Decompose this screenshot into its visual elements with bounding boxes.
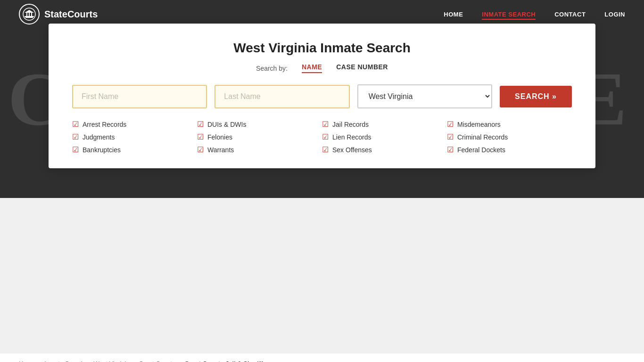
check-duis: ☑ DUIs & DWIs — [197, 120, 322, 129]
tab-name[interactable]: NAME — [302, 63, 322, 73]
checklist: ☑ Arrest Records ☑ Judgments ☑ Bankruptc… — [72, 120, 572, 154]
breadcrumb-grant-county[interactable]: Grant County — [139, 360, 175, 362]
breadcrumb-home[interactable]: Home — [19, 360, 35, 362]
checklist-col-3: ☑ Jail Records ☑ Lien Records ☑ Sex Offe… — [322, 120, 447, 154]
hero-section: COURTHOUSE StateCourts HOME INMATE SEARC… — [0, 0, 644, 198]
check-arrest-records: ☑ Arrest Records — [72, 120, 197, 129]
svg-rect-1 — [25, 17, 33, 18]
state-select[interactable]: West Virginia — [357, 84, 492, 108]
check-icon-6: ☑ — [197, 145, 204, 154]
navbar: StateCourts HOME INMATE SEARCH CONTACT L… — [0, 0, 644, 28]
check-label-criminal: Criminal Records — [457, 133, 508, 141]
check-label-felonies: Felonies — [207, 133, 232, 141]
check-label-sex: Sex Offenses — [332, 146, 372, 154]
check-sex-offenses: ☑ Sex Offenses — [322, 145, 447, 154]
search-card-title: West Virginia Inmate Search — [72, 41, 572, 56]
search-tab-label: Search by: — [256, 65, 288, 72]
checklist-col-1: ☑ Arrest Records ☑ Judgments ☑ Bankruptc… — [72, 120, 197, 154]
nav-login[interactable]: LOGIN — [604, 11, 625, 18]
breadcrumb: Home › Inmate Search › West Virginia › G… — [0, 354, 644, 362]
check-label-misdemeanors: Misdemeanors — [457, 121, 501, 128]
navbar-links: HOME INMATE SEARCH CONTACT LOGIN — [444, 10, 625, 18]
check-misdemeanors: ☑ Misdemeanors — [447, 120, 572, 129]
check-icon-9: ☑ — [322, 145, 329, 154]
check-judgments: ☑ Judgments — [72, 132, 197, 141]
logo-text: StateCourts — [44, 9, 98, 20]
check-label-lien: Lien Records — [332, 133, 372, 141]
check-icon-2: ☑ — [72, 132, 79, 141]
check-icon-12: ☑ — [447, 145, 454, 154]
breadcrumb-west-virginia[interactable]: West Virginia — [94, 360, 130, 362]
check-warrants: ☑ Warrants — [197, 145, 322, 154]
logo-link[interactable]: StateCourts — [19, 4, 98, 25]
check-icon-11: ☑ — [447, 132, 454, 141]
nav-inmate-search[interactable]: INMATE SEARCH — [482, 11, 536, 20]
svg-rect-4 — [26, 12, 27, 16]
check-label-duis: DUIs & DWIs — [207, 121, 246, 128]
first-name-input[interactable] — [72, 85, 207, 108]
tab-case-number[interactable]: CASE NUMBER — [336, 63, 388, 73]
check-jail-records: ☑ Jail Records — [322, 120, 447, 129]
svg-rect-2 — [25, 16, 34, 17]
check-lien-records: ☑ Lien Records — [322, 132, 447, 141]
check-label-bankruptcies: Bankruptcies — [83, 146, 121, 154]
check-label-jail: Jail Records — [332, 121, 369, 128]
check-icon-10: ☑ — [447, 120, 454, 129]
search-button[interactable]: SEARCH » — [500, 86, 572, 107]
breadcrumb-inmate-search[interactable]: Inmate Search — [44, 360, 84, 362]
check-label-judgments: Judgments — [83, 133, 115, 141]
checklist-col-2: ☑ DUIs & DWIs ☑ Felonies ☑ Warrants — [197, 120, 322, 154]
check-felonies: ☑ Felonies — [197, 132, 322, 141]
check-criminal-records: ☑ Criminal Records — [447, 132, 572, 141]
svg-marker-6 — [25, 10, 34, 13]
check-icon-4: ☑ — [197, 120, 204, 129]
check-federal-dockets: ☑ Federal Dockets — [447, 145, 572, 154]
logo-icon — [19, 4, 40, 25]
svg-rect-5 — [31, 12, 32, 16]
check-label-arrest: Arrest Records — [83, 121, 126, 128]
check-icon-7: ☑ — [322, 120, 329, 129]
check-icon-1: ☑ — [72, 120, 79, 129]
search-inputs: West Virginia SEARCH » — [72, 84, 572, 108]
check-label-federal: Federal Dockets — [457, 146, 505, 154]
check-bankruptcies: ☑ Bankruptcies — [72, 145, 197, 154]
search-card: West Virginia Inmate Search Search by: N… — [49, 24, 595, 168]
search-tabs: Search by: NAME CASE NUMBER — [72, 63, 572, 73]
nav-home[interactable]: HOME — [444, 11, 463, 18]
breadcrumb-current: Grant County Jail & Sheriff — [184, 360, 263, 362]
nav-contact[interactable]: CONTACT — [554, 11, 586, 18]
checklist-col-4: ☑ Misdemeanors ☑ Criminal Records ☑ Fede… — [447, 120, 572, 154]
check-label-warrants: Warrants — [207, 146, 234, 154]
check-icon-8: ☑ — [322, 132, 329, 141]
check-icon-3: ☑ — [72, 145, 79, 154]
check-icon-5: ☑ — [197, 132, 204, 141]
last-name-input[interactable] — [215, 85, 349, 108]
